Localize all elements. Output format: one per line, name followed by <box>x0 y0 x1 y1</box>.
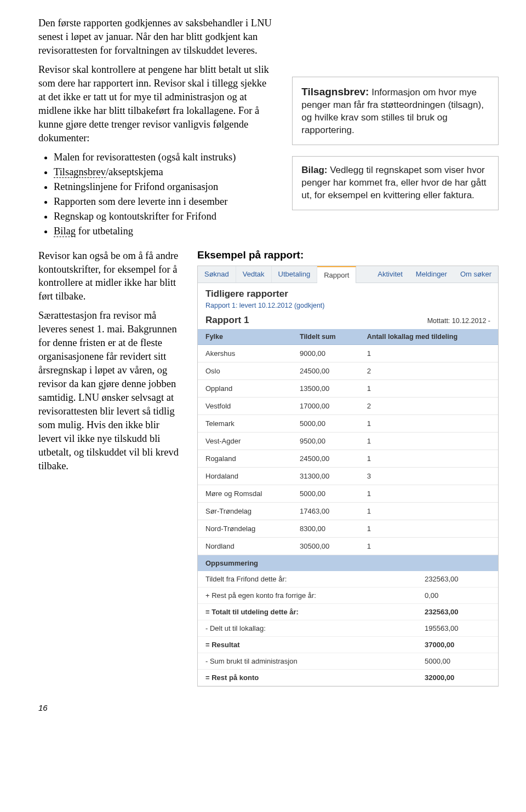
summary-row: - Delt ut til lokallag:195563,00 <box>198 620 498 637</box>
table-row: Sør-Trøndelag17463,001 <box>198 502 498 520</box>
table-cell: 13500,00 <box>292 379 359 397</box>
summary-value: 195563,00 <box>425 624 490 632</box>
table-cell: Sør-Trøndelag <box>198 502 292 520</box>
summary-value: 5000,00 <box>425 657 490 665</box>
paragraph: Revisor skal kontrollere at pengene har … <box>38 63 276 145</box>
callout-bilag: Bilag: Vedlegg til regnskapet som viser … <box>292 156 499 210</box>
table-cell: 9000,00 <box>292 344 359 362</box>
table-cell: 5000,00 <box>292 414 359 432</box>
callout-tilsagnsbrev: Tilsagnsbrev: Informasjon om hvor mye pe… <box>292 77 499 145</box>
table-cell: 30500,00 <box>292 537 359 555</box>
summary-header: Oppsummering <box>198 555 498 571</box>
table-cell: 17000,00 <box>292 397 359 414</box>
term-bilag: Bilag <box>54 226 76 237</box>
tab-aktivitet[interactable]: Aktivitet <box>371 266 409 283</box>
summary-row: Tildelt fra Frifond dette år:232563,00 <box>198 571 498 588</box>
table-cell: 2 <box>359 397 498 414</box>
summary-row: = Resultat37000,00 <box>198 637 498 653</box>
list-item: Rapporten som dere leverte inn i desembe… <box>54 195 276 209</box>
summary-value: 232563,00 <box>425 575 490 583</box>
table-row: Hordaland31300,003 <box>198 467 498 485</box>
term-tilsagnsbrev: Tilsagnsbrev <box>54 166 106 178</box>
summary-label: + Rest på egen konto fra forrige år: <box>205 591 425 600</box>
table-cell: Rogaland <box>198 450 292 467</box>
table-cell: Oppland <box>198 379 292 397</box>
callout-label: Tilsagnsbrev: <box>301 86 369 97</box>
table-cell: Telemark <box>198 414 292 432</box>
summary-value: 37000,00 <box>425 641 490 649</box>
table-cell: 17463,00 <box>292 502 359 520</box>
table-cell: 8300,00 <box>292 520 359 537</box>
table-cell: 3 <box>359 467 498 485</box>
document-list: Malen for revisorattesten (også kalt ins… <box>38 151 276 238</box>
table-cell: 2 <box>359 362 498 379</box>
example-report-title: Eksempel på rapport: <box>197 249 499 261</box>
table-cell: Hordaland <box>198 467 292 485</box>
summary-row: = Rest på konto32000,00 <box>198 670 498 686</box>
summary-label: - Delt ut til lokallag: <box>205 624 425 632</box>
table-row: Vestfold17000,002 <box>198 397 498 414</box>
table-cell: Vest-Agder <box>198 432 292 450</box>
table-cell: Oslo <box>198 362 292 379</box>
table-row: Akershus9000,001 <box>198 344 498 362</box>
summary-row: + Rest på egen konto fra forrige år:0,00 <box>198 588 498 604</box>
list-item: Malen for revisorattesten (også kalt ins… <box>54 151 276 164</box>
table-row: Vest-Agder9500,001 <box>198 432 498 450</box>
summary-value: 32000,00 <box>425 673 490 682</box>
summary-label: = Rest på konto <box>205 673 425 682</box>
table-cell: Vestfold <box>198 397 292 414</box>
summary-label: = Totalt til utdeling dette år: <box>205 608 425 616</box>
table-row: Nord-Trøndelag8300,001 <box>198 520 498 537</box>
callout-label: Bilag: <box>301 165 327 175</box>
callout-body: Vedlegg til regnskapet som viser hvor pe… <box>301 165 486 200</box>
table-cell: 1 <box>359 537 498 555</box>
summary-label: = Resultat <box>205 641 425 649</box>
previous-report-link[interactable]: Rapport 1: levert 10.12.2012 (godkjent) <box>198 301 498 315</box>
table-cell: 1 <box>359 414 498 432</box>
list-item: Retningslinjene for Frifond organisasjon <box>54 180 276 194</box>
summary-label: - Sum brukt til administrasjon <box>205 657 425 665</box>
summary-row: = Totalt til utdeling dette år:232563,00 <box>198 604 498 620</box>
table-row: Nordland30500,001 <box>198 537 498 555</box>
tab-vedtak[interactable]: Vedtak <box>236 266 272 283</box>
report-name: Rapport 1 <box>205 315 249 326</box>
table-cell: 1 <box>359 450 498 467</box>
table-cell: Nord-Trøndelag <box>198 520 292 537</box>
previous-reports-title: Tidligere rapporter <box>198 283 498 301</box>
paragraph: Revisor kan også be om å få andre kontou… <box>38 249 181 304</box>
summary-label: Tildelt fra Frifond dette år: <box>205 575 425 583</box>
table-row: Oppland13500,001 <box>198 379 498 397</box>
summary-value: 232563,00 <box>425 608 490 616</box>
tab-meldinger[interactable]: Meldinger <box>409 266 454 283</box>
tab-bar: Søknad Vedtak Utbetaling Rapport Aktivit… <box>198 266 498 283</box>
tab-utbetaling[interactable]: Utbetaling <box>272 266 318 283</box>
table-cell: Akershus <box>198 344 292 362</box>
list-item: Tilsagnsbrev/akseptskjema <box>54 165 276 179</box>
report-received: Mottatt: 10.12.2012 - <box>427 317 490 325</box>
table-row: Rogaland24500,001 <box>198 450 498 467</box>
report-screenshot: Søknad Vedtak Utbetaling Rapport Aktivit… <box>197 266 499 687</box>
tab-rapport[interactable]: Rapport <box>317 266 356 283</box>
table-cell: 1 <box>359 520 498 537</box>
th-fylke: Fylke <box>198 329 292 345</box>
tab-soknad[interactable]: Søknad <box>198 266 236 283</box>
table-cell: 1 <box>359 502 498 520</box>
summary-row: - Sum brukt til administrasjon5000,00 <box>198 653 498 670</box>
table-cell: 24500,00 <box>292 362 359 379</box>
page-number: 16 <box>38 703 499 712</box>
table-cell: 1 <box>359 344 498 362</box>
paragraph: Særattestasjon fra revisor må leveres se… <box>38 309 181 473</box>
table-cell: 31300,00 <box>292 467 359 485</box>
table-cell: 9500,00 <box>292 432 359 450</box>
list-item: Bilag for utbetaling <box>54 224 276 238</box>
summary-value: 0,00 <box>425 591 490 600</box>
table-row: Oslo24500,002 <box>198 362 498 379</box>
table-cell: 5000,00 <box>292 485 359 502</box>
table-cell: Nordland <box>198 537 292 555</box>
table-cell: 24500,00 <box>292 450 359 467</box>
table-cell: 1 <box>359 485 498 502</box>
table-cell: 1 <box>359 432 498 450</box>
tab-om-soker[interactable]: Om søker <box>454 266 498 283</box>
paragraph: Den første rapporten godkjennes av saksb… <box>38 16 276 57</box>
list-item: Regnskap og kontoutskrifter for Frifond <box>54 210 276 223</box>
